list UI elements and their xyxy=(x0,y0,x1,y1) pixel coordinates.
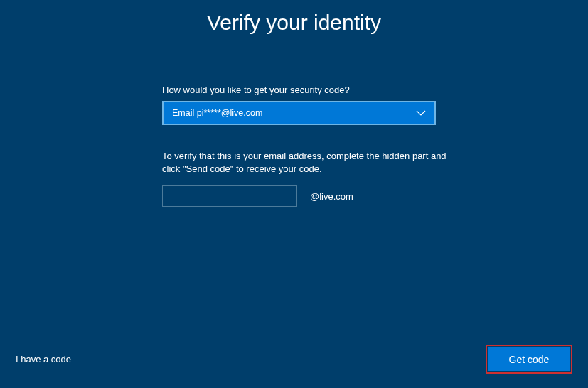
chevron-down-icon xyxy=(416,107,426,119)
email-suffix-label: @live.com xyxy=(310,191,353,202)
email-verification-row: @live.com xyxy=(162,185,482,207)
get-code-highlight: Get code xyxy=(486,345,572,374)
content-area: How would you like to get your security … xyxy=(162,85,482,207)
select-value: Email pi*****@live.com xyxy=(172,108,262,118)
security-code-prompt: How would you like to get your security … xyxy=(162,85,482,95)
page-title: Verify your identity xyxy=(0,0,588,35)
instruction-text: To verify that this is your email addres… xyxy=(162,150,447,175)
security-code-method-select[interactable]: Email pi*****@live.com xyxy=(162,101,436,125)
bottom-bar: I have a code Get code xyxy=(0,345,588,374)
have-code-link[interactable]: I have a code xyxy=(16,354,71,365)
email-prefix-input[interactable] xyxy=(162,185,297,207)
get-code-button[interactable]: Get code xyxy=(488,347,570,371)
